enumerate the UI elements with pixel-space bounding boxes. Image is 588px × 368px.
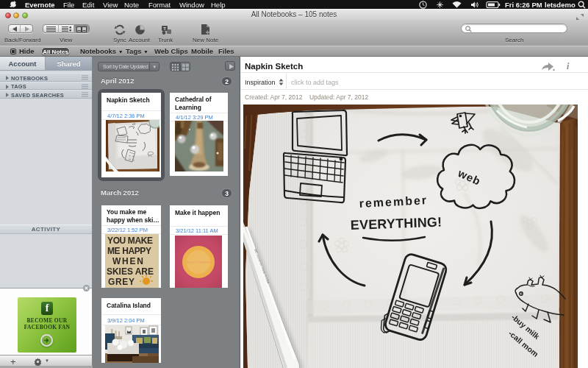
svg-text:T: T (163, 26, 166, 31)
svg-text:ME HAPPY: ME HAPPY (107, 246, 151, 256)
svg-text:YOU MAKE: YOU MAKE (107, 236, 153, 246)
svg-text:WHEN: WHEN (112, 256, 143, 266)
svg-text:MAKE IT HAPPEN: MAKE IT HAPPEN (186, 261, 211, 264)
svg-text:GREY: GREY (108, 277, 135, 287)
